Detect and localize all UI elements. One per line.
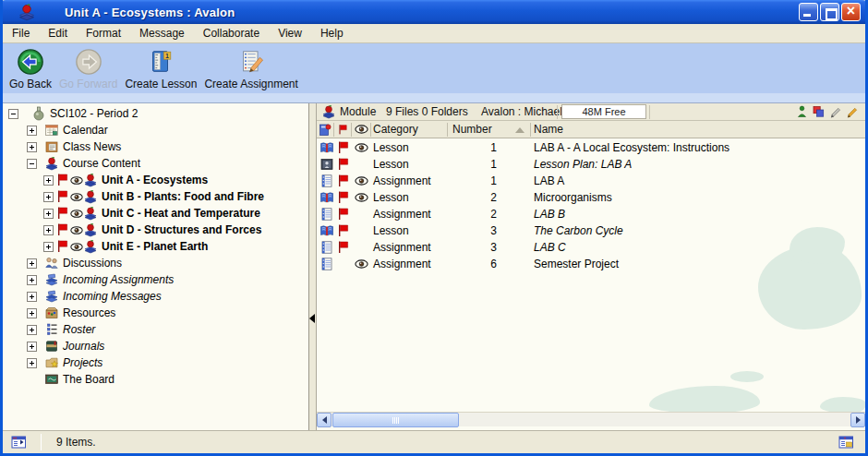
expand-icon[interactable]	[43, 192, 54, 202]
flag-icon	[55, 239, 70, 254]
scroll-left-button[interactable]	[317, 413, 332, 427]
tree-item-journals[interactable]: Journals	[3, 338, 308, 354]
news-icon	[44, 139, 59, 154]
tree-item-unit-b[interactable]: Unit B - Plants: Food and Fibre	[3, 188, 308, 205]
tree-item-incoming-assignments[interactable]: Incoming Assignments	[3, 271, 308, 288]
view-layout-icon[interactable]	[838, 435, 854, 450]
flag-icon	[336, 207, 351, 222]
expand-icon[interactable]	[27, 308, 37, 318]
tree-item-discussions[interactable]: Discussions	[3, 255, 308, 271]
panel-splitter[interactable]	[309, 103, 317, 430]
expand-icon[interactable]	[43, 225, 54, 235]
menu-message[interactable]: Message	[130, 25, 194, 42]
tree-item-roster[interactable]: Roster	[3, 321, 308, 338]
scroll-right-button[interactable]	[850, 413, 865, 427]
go-forward-icon	[75, 48, 102, 76]
list-item[interactable]: Lesson 1 Lesson Plan: LAB A	[317, 156, 865, 173]
app-window: Unit A - Ecosystems : Avalon File Edit F…	[0, 0, 868, 456]
tree-item-calendar[interactable]: Calendar	[3, 122, 308, 138]
apple-books-icon	[83, 222, 98, 237]
tree-item-class[interactable]: SCI102 - Period 2	[3, 105, 308, 122]
expand-icon[interactable]	[43, 209, 54, 219]
books-icon	[44, 272, 59, 287]
list-item[interactable]: Lesson 2 Microorganisms	[317, 189, 865, 206]
permissions-icon[interactable]	[813, 105, 825, 118]
expand-icon[interactable]	[27, 358, 37, 368]
expand-icon[interactable]	[27, 342, 37, 352]
column-eye[interactable]	[352, 123, 371, 137]
eye-icon	[70, 209, 83, 219]
expand-icon[interactable]	[27, 258, 37, 269]
tree-item-incoming-messages[interactable]: Incoming Messages	[3, 288, 308, 305]
column-name[interactable]: Name	[531, 123, 865, 137]
items-count: 9 Items.	[56, 436, 96, 449]
list-item[interactable]: Assignment 1 LAB A	[317, 173, 865, 189]
tree-item-unit-a[interactable]: Unit A - Ecosystems	[3, 172, 308, 188]
go-forward-button[interactable]: Go Forward	[56, 47, 120, 91]
expand-icon[interactable]	[43, 242, 54, 252]
menu-collaborate[interactable]: Collaborate	[194, 25, 269, 42]
tree-item-unit-c[interactable]: Unit C - Heat and Temperature	[3, 205, 308, 222]
scrollbar-thumb[interactable]	[332, 413, 459, 427]
list-item[interactable]: Lesson 3 The Carbon Cycle	[317, 222, 865, 239]
horizontal-scrollbar[interactable]	[317, 412, 865, 426]
tree-item-projects[interactable]: Projects	[3, 354, 308, 371]
toolbar: Go Back Go Forward Create Lesson Create …	[3, 43, 865, 93]
books-icon	[44, 289, 59, 304]
signature-pencil-icon[interactable]	[846, 105, 858, 118]
splitter-collapse-icon[interactable]	[309, 314, 315, 323]
flag-icon	[336, 140, 351, 155]
tree-item-resources[interactable]: Resources	[3, 305, 308, 321]
expand-icon[interactable]	[27, 325, 37, 335]
tree-item-unit-e[interactable]: Unit E - Planet Earth	[3, 238, 308, 255]
eye-icon	[355, 176, 368, 186]
list-item[interactable]: Assignment 3 LAB C	[317, 239, 865, 256]
calendar-icon	[44, 123, 59, 138]
eye-icon	[355, 143, 368, 152]
files-info: 9 Files 0 Folders	[386, 105, 468, 118]
column-category[interactable]: Category	[371, 123, 448, 137]
apple-books-icon	[83, 173, 98, 187]
expand-icon[interactable]	[27, 142, 37, 152]
menu-help[interactable]: Help	[311, 25, 353, 42]
list-item[interactable]: Lesson 1 LAB A - A Local Ecosystem: Inst…	[317, 139, 865, 156]
go-back-button[interactable]: Go Back	[6, 47, 54, 91]
split-view-icon[interactable]	[11, 435, 27, 450]
status-divider	[41, 434, 42, 450]
expand-icon[interactable]	[27, 126, 37, 136]
apple-books-icon	[83, 206, 98, 221]
expand-icon[interactable]	[43, 175, 54, 186]
maximize-button[interactable]	[820, 3, 839, 21]
edit-pencil-icon[interactable]	[829, 105, 841, 118]
expand-icon[interactable]	[27, 275, 37, 285]
column-number[interactable]: Number	[448, 123, 531, 137]
projects-icon	[44, 355, 59, 370]
close-button[interactable]	[841, 3, 861, 21]
collapse-icon[interactable]	[8, 109, 18, 119]
flask-icon	[31, 106, 46, 121]
list-item[interactable]: Assignment 2 LAB B	[317, 206, 865, 222]
open-book-icon	[319, 223, 334, 238]
menu-view[interactable]: View	[269, 25, 311, 42]
minimize-button[interactable]	[799, 3, 818, 21]
create-assignment-button[interactable]: Create Assignment	[201, 47, 300, 91]
tree-item-class-news[interactable]: Class News	[3, 138, 308, 155]
menu-edit[interactable]: Edit	[39, 25, 77, 42]
menu-file[interactable]: File	[3, 25, 39, 42]
expand-icon[interactable]	[27, 292, 37, 302]
collapse-icon[interactable]	[27, 159, 37, 169]
apple-books-icon	[83, 239, 98, 254]
title-bar: Unit A - Ecosystems : Avalon	[0, 0, 868, 24]
toolbar-strip	[3, 93, 865, 103]
tree-item-unit-d[interactable]: Unit D - Structures and Forces	[3, 222, 308, 238]
menu-format[interactable]: Format	[77, 25, 130, 42]
tree-item-the-board[interactable]: The Board	[3, 371, 308, 388]
create-lesson-button[interactable]: Create Lesson	[122, 47, 199, 91]
tree-item-course-content[interactable]: Course Content	[3, 155, 308, 172]
module-panel: Module 9 Files 0 Folders Avalon : Michae…	[317, 103, 865, 430]
course-tree-panel: SCI102 - Period 2 Calendar Class News Co…	[3, 103, 309, 430]
column-flag[interactable]	[334, 123, 352, 137]
person-icon[interactable]	[796, 105, 808, 118]
list-item[interactable]: Assignment 6 Semester Project	[317, 256, 865, 272]
column-item-icon[interactable]	[317, 123, 334, 137]
